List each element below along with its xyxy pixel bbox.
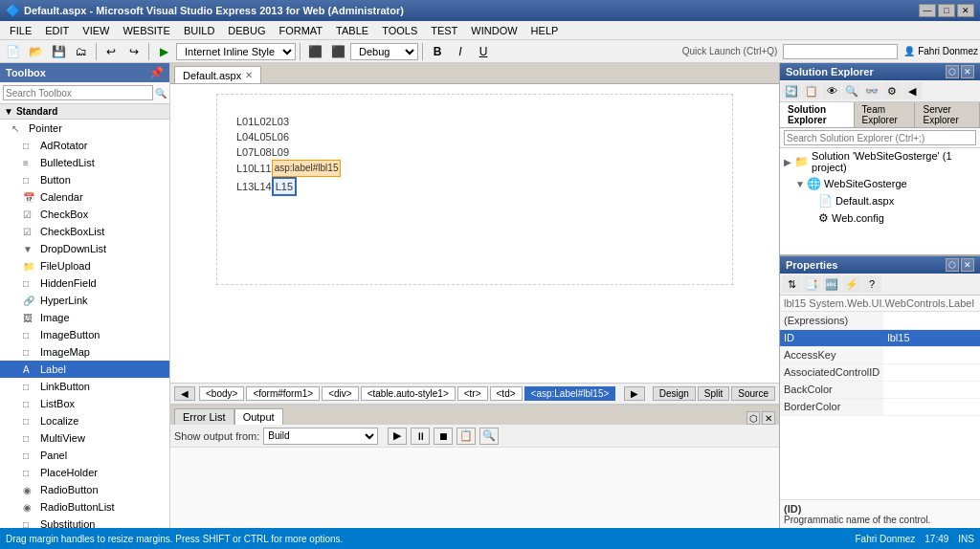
- menu-build[interactable]: BUILD: [178, 23, 220, 38]
- toolbox-section-standard[interactable]: ▼ Standard: [0, 104, 169, 120]
- props-events-btn[interactable]: ⚡: [842, 275, 861, 293]
- save-btn[interactable]: 💾: [48, 42, 69, 61]
- props-help-btn[interactable]: ?: [862, 275, 881, 293]
- open-btn[interactable]: 📂: [25, 42, 46, 61]
- tree-solution[interactable]: ▶ 📁 Solution 'WebSiteGosterge' (1 projec…: [780, 148, 980, 175]
- menu-website[interactable]: WEBSITE: [117, 23, 176, 38]
- toolbox-item-linkbutton[interactable]: □LinkButton: [0, 378, 169, 395]
- prop-value-expressions[interactable]: [883, 312, 980, 329]
- sol-properties-btn[interactable]: 📋: [802, 82, 821, 99]
- menu-view[interactable]: VIEW: [77, 23, 115, 38]
- props-float-btn[interactable]: ⬡: [946, 258, 959, 272]
- minimize-button[interactable]: —: [919, 4, 936, 17]
- prop-value-id[interactable]: lbl15: [883, 329, 980, 346]
- new-project-btn[interactable]: 📄: [2, 42, 23, 61]
- toolbox-item-substitution[interactable]: □Substitution: [0, 516, 169, 528]
- prop-row-bordercolor[interactable]: BorderColor: [780, 398, 980, 415]
- quick-launch-input[interactable]: [783, 44, 898, 59]
- underline-btn[interactable]: U: [473, 42, 494, 61]
- sol-collapse-btn[interactable]: ◀: [902, 82, 922, 99]
- tree-file-default[interactable]: 📄 Default.aspx: [780, 192, 980, 209]
- start-debug-btn[interactable]: ▶: [153, 42, 174, 61]
- toolbox-item-bulletedlist[interactable]: ≡BulletedList: [0, 154, 169, 171]
- asp-label-tag[interactable]: asp:label#lbl15: [272, 160, 342, 177]
- toolbox-search-input[interactable]: [3, 85, 153, 100]
- debug-config-select[interactable]: Debug Release: [350, 43, 418, 60]
- sol-show-all-btn[interactable]: 👁: [822, 82, 841, 99]
- float-panel-btn[interactable]: ⬡: [746, 411, 760, 425]
- label-L15-selected[interactable]: L15: [272, 177, 297, 196]
- breadcrumb-table[interactable]: <table.auto-style1>: [361, 386, 456, 401]
- menu-test[interactable]: TEST: [425, 23, 463, 38]
- props-category-btn[interactable]: 📑: [802, 275, 821, 293]
- doc-tab-default-aspx[interactable]: Default.aspx ✕: [174, 66, 261, 83]
- expand-solution-icon[interactable]: ▶: [784, 157, 794, 167]
- prop-value-bordercolor[interactable]: [883, 398, 980, 415]
- tree-file-config[interactable]: ⚙ Web.config: [780, 209, 980, 227]
- toolbox-item-imagebutton[interactable]: □ImageButton: [0, 326, 169, 343]
- breadcrumb-label[interactable]: <asp:Label#lbl15>: [524, 386, 616, 401]
- toolbox-item-hyperlink[interactable]: 🔗HyperLink: [0, 292, 169, 309]
- toolbox-item-listbox[interactable]: □ListBox: [0, 395, 169, 412]
- close-button[interactable]: ✕: [957, 4, 974, 17]
- menu-tools[interactable]: TOOLS: [376, 23, 423, 38]
- output-find-btn[interactable]: 🔍: [479, 428, 499, 445]
- toolbox-item-hiddenfield[interactable]: □HiddenField: [0, 274, 169, 292]
- menu-debug[interactable]: DEBUG: [222, 23, 271, 38]
- prop-row-expressions[interactable]: (Expressions): [780, 312, 980, 329]
- browser-select[interactable]: Internet Inline Style: [176, 43, 296, 60]
- italic-btn[interactable]: I: [450, 42, 471, 61]
- breadcrumb-div[interactable]: <div>: [322, 386, 358, 401]
- output-source-select[interactable]: Build Debug General: [263, 428, 378, 445]
- tree-project[interactable]: ▼ 🌐 WebSiteGosterge: [780, 175, 980, 192]
- sol-float-btn[interactable]: ⬡: [946, 65, 959, 78]
- props-sort-btn[interactable]: ⇅: [782, 275, 801, 293]
- toolbox-item-radiobutton[interactable]: ◉RadioButton: [0, 481, 169, 498]
- maximize-button[interactable]: □: [938, 4, 955, 17]
- solution-search-input[interactable]: [784, 130, 976, 145]
- menu-file[interactable]: FILE: [4, 23, 37, 38]
- toolbox-item-imagemap[interactable]: □ImageMap: [0, 343, 169, 361]
- menu-window[interactable]: WINDOW: [465, 23, 523, 38]
- tab-solution-explorer[interactable]: Solution Explorer: [780, 102, 855, 127]
- output-run-btn[interactable]: ▶: [388, 428, 407, 445]
- bold-btn[interactable]: B: [427, 42, 448, 61]
- sol-preview-btn[interactable]: 👓: [862, 82, 881, 99]
- output-pause-btn[interactable]: ⏸: [411, 428, 430, 445]
- prop-row-accesskey[interactable]: AccessKey: [780, 346, 980, 363]
- toolbox-item-dropdownlist[interactable]: ▼DropDownList: [0, 240, 169, 257]
- attach-btn[interactable]: ⬛: [304, 42, 325, 61]
- props-alpha-btn[interactable]: 🔤: [822, 275, 841, 293]
- sol-settings-btn[interactable]: ⚙: [882, 82, 902, 99]
- toolbox-item-label[interactable]: ALabel: [0, 361, 169, 378]
- menu-edit[interactable]: EDIT: [39, 23, 75, 38]
- design-surface[interactable]: L01 L02 L03 L04 L05 L06 L07 L08 L09: [216, 94, 733, 285]
- prop-row-id[interactable]: ID lbl15: [780, 329, 980, 346]
- toolbox-item-radiobuttonlist[interactable]: ◉RadioButtonList: [0, 498, 169, 516]
- output-copy-btn[interactable]: 📋: [457, 428, 476, 445]
- toolbox-item-multiview[interactable]: □MultiView: [0, 429, 169, 447]
- tab-design[interactable]: Design: [653, 386, 696, 401]
- tab-server-explorer[interactable]: Server Explorer: [915, 102, 980, 127]
- sol-filter-btn[interactable]: 🔍: [842, 82, 861, 99]
- prop-value-backcolor[interactable]: [883, 381, 980, 398]
- undo-btn[interactable]: ↩: [100, 42, 122, 61]
- tab-output[interactable]: Output: [234, 408, 283, 425]
- menu-help[interactable]: HELP: [525, 23, 565, 38]
- toolbox-item-panel[interactable]: □Panel: [0, 447, 169, 464]
- menu-format[interactable]: FORMAT: [273, 23, 328, 38]
- toolbox-item-adrotator[interactable]: □AdRotator: [0, 137, 169, 154]
- toolbox-item-checkbox[interactable]: ☑CheckBox: [0, 206, 169, 223]
- breadcrumb-td[interactable]: <td>: [490, 386, 523, 401]
- toolbox-item-localize[interactable]: □Localize: [0, 412, 169, 429]
- tab-team-explorer[interactable]: Team Explorer: [855, 102, 916, 127]
- output-stop-btn[interactable]: ⏹: [434, 428, 453, 445]
- breadcrumb-form[interactable]: <form#form1>: [246, 386, 320, 401]
- tab-split[interactable]: Split: [698, 386, 729, 401]
- sol-refresh-btn[interactable]: 🔄: [782, 82, 801, 99]
- toolbox-item-button[interactable]: □Button: [0, 171, 169, 188]
- toolbox-item-placeholder[interactable]: □PlaceHolder: [0, 464, 169, 481]
- tab-source[interactable]: Source: [731, 386, 775, 401]
- prop-row-backcolor[interactable]: BackColor: [780, 381, 980, 398]
- save-all-btn[interactable]: 🗂: [71, 42, 92, 61]
